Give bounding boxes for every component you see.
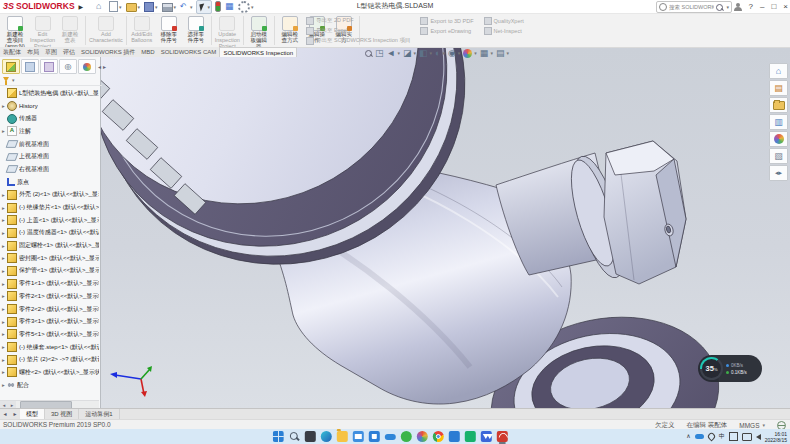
expand-arrow-icon[interactable]: ▸ [0,243,7,249]
dropdown-caret-icon[interactable]: ▾ [474,50,477,56]
tab-configurationmanager[interactable] [40,59,58,74]
tab-evaluate[interactable]: 评估 [60,47,78,57]
zoom-fit-button[interactable] [365,50,372,57]
expand-arrow-icon[interactable]: ▸ [0,255,7,261]
taskbar-widgets-button[interactable] [305,431,316,442]
taskbar-wps-button[interactable] [481,431,492,442]
panel-arrow-left-icon[interactable]: ◂ [98,63,101,70]
taskbar-solidworks-button[interactable] [497,431,508,442]
open-button[interactable]: ▾ [125,1,142,13]
tab-dimxpertmanager[interactable]: ◎ [59,59,77,74]
taskpane-design-library-button[interactable]: ▤ [769,80,788,96]
expand-arrow-icon[interactable]: ▸ [0,103,7,109]
dropdown-caret-icon[interactable]: ▾ [190,4,193,10]
expand-arrow-icon[interactable]: ▸ [0,128,7,134]
help-button[interactable]: ? [749,2,753,11]
tree-row[interactable]: L型铠装热电偶 (默认<默认_显示状态-1> [0,87,99,100]
previous-view-button[interactable]: ◄▾ [387,48,400,58]
maximize-button[interactable]: □ [771,2,776,11]
onedrive-tray-icon[interactable] [695,434,704,439]
tree-row[interactable]: ▸零件1<1> (默认<<默认>_显示状态 [0,277,99,290]
view-settings-button[interactable]: ▤▾ [496,48,509,58]
expand-arrow-icon[interactable]: ▸ [0,382,7,388]
table-button[interactable] [224,1,235,13]
undo-button[interactable]: ▾ [179,1,194,13]
home-button[interactable] [95,1,106,13]
dropdown-caret-icon[interactable]: ▾ [442,50,445,56]
login-icon[interactable] [734,3,742,11]
expand-arrow-icon[interactable]: ▸ [0,306,7,312]
tree-row[interactable]: ▸注解 [0,125,99,138]
dropdown-caret-icon[interactable]: ▾ [413,50,416,56]
tree-row[interactable]: ▸零件3<1> (默认<<默认>_显示状态 [0,315,99,328]
tab-layout[interactable]: 布局 [24,47,42,57]
taskbar-chrome-button[interactable] [433,431,444,442]
taskbar-app-green-button[interactable] [401,431,412,442]
taskbar-edge-button[interactable] [321,431,332,442]
template-editor-button[interactable]: 启动模板编辑器 [246,15,272,46]
tree-row[interactable]: ▸零件2<1> (默认<<默认>_显示状态 [0,290,99,303]
close-button[interactable]: × [783,2,788,11]
graphics-area[interactable]: ◳◄▾◪▾◧▾◐▾◉▾▾▦▾▤▾ ⌂▤▥▧◂▸ 35 % 0KB/s 0.1KB… [100,47,790,408]
tree-row[interactable]: ▸(-) 绝缘套.step<1> (默认<<默认>_ [0,341,99,354]
export-item[interactable]: Export eDrawing [420,26,473,35]
volume-icon[interactable] [756,434,761,440]
3d-model[interactable] [100,47,790,408]
stoplight-button[interactable] [214,1,222,13]
tree-row[interactable]: ▸配合 [0,379,99,392]
dropdown-caret-icon[interactable]: ▾ [119,4,122,10]
export-item[interactable]: 导出至 2D PDF [306,16,410,25]
tree-row[interactable]: ▸外壳 (2)<1> (默认<<默认>_显示状态 [0,189,99,202]
taskbar-mail-button[interactable] [353,431,364,442]
net-speed-widget[interactable]: 35 % 0KB/s 0.1KB/s [698,355,762,382]
tree-row[interactable]: ▸保护管<1> (默认<<默认>_显示状态 [0,265,99,278]
taskpane-resources-button[interactable]: ⌂ [769,63,788,79]
export-item[interactable]: 导出至 Excel [306,26,410,35]
taskbar-onedrive-button[interactable] [385,431,396,442]
scene-button[interactable]: ▦▾ [480,48,493,58]
tree-row[interactable]: ▸(-) 上盖<1> (默认<<默认>_显示状态 [0,214,99,227]
tab-assembly[interactable]: 装配体 [0,47,24,57]
taskbar-store-button[interactable] [369,431,380,442]
section-view-button[interactable]: ◪▾ [403,48,416,58]
dropdown-caret-icon[interactable]: ▾ [251,4,254,10]
tree-row[interactable]: ▸螺栓<2> (默认<<默认>_显示状态 [0,366,99,379]
filter-dropdown-icon[interactable]: ▾ [12,77,15,83]
display-icon[interactable] [742,433,752,441]
taskpane-custom-properties-button[interactable]: ▧ [769,148,788,164]
hide-show-items-button[interactable]: ◉▾ [448,48,460,58]
tab-solidworks-inspection[interactable]: SOLIDWORKS Inspection [219,47,297,57]
dropdown-caret-icon[interactable]: ▾ [138,4,141,10]
expand-arrow-icon[interactable]: ▸ [0,217,7,223]
taskpane-view-palette-button[interactable]: ▥ [769,114,788,130]
search-input[interactable]: 搜索 SOLIDWORKS 帮助 [669,4,714,11]
tab-displaymanager[interactable] [78,59,96,74]
tab-sketch[interactable]: 草图 [42,47,60,57]
export-item[interactable]: QualityXpert [484,16,524,25]
expand-arrow-icon[interactable]: ▸ [0,344,7,350]
tree-row[interactable]: ▸密封圈<1> (默认<<默认>_显示状态 [0,252,99,265]
appearances-button[interactable]: ▾ [463,49,477,58]
select-button[interactable]: ▾ [196,0,213,14]
tree-row[interactable]: 右视基准面 [0,163,99,176]
tab-mbd[interactable]: MBD [138,47,157,57]
select-balloons-button[interactable]: 选择零件序号 [183,15,209,46]
tab-propertymanager[interactable] [21,59,39,74]
tree-row[interactable]: 前视基准面 [0,138,99,151]
expand-arrow-icon[interactable]: ▸ [0,230,7,236]
tree-row[interactable]: 传感器 [0,112,99,125]
display-style-button[interactable]: ◐▾ [435,48,445,58]
filter-funnel-icon[interactable] [3,77,9,82]
taskbar-clock[interactable]: 16:01 2022/8/15 [765,431,787,443]
taskbar-start-button[interactable] [273,431,284,442]
expand-arrow-icon[interactable]: ▸ [0,281,7,287]
taskbar-search-button[interactable] [289,431,300,442]
zoom-area-button[interactable]: ◳ [375,48,384,58]
expand-arrow-icon[interactable]: ▸ [0,293,7,299]
tray-chevron-up-icon[interactable]: ∧ [686,430,690,443]
tab-solidworks-cam[interactable]: SOLIDWORKS CAM [158,47,220,57]
save-button[interactable]: ▾ [143,1,159,13]
dropdown-caret-icon[interactable]: ▾ [430,50,433,56]
dropdown-caret-icon[interactable]: ▾ [397,50,400,56]
dropdown-caret-icon[interactable]: ▾ [458,50,461,56]
